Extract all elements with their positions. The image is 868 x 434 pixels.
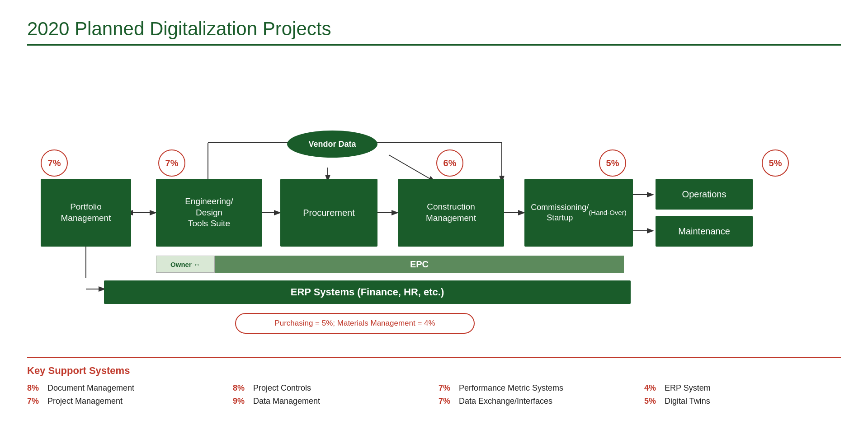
support-col-1: 8% Document Management 7% Project Manage… (27, 383, 224, 406)
engineering-box: Engineering/DesignTools Suite (156, 179, 262, 247)
pct-badge-3: 6% (436, 149, 463, 177)
support-item-proj-mgmt: 7% Project Management (27, 397, 224, 406)
pct-badge-5: 5% (762, 149, 789, 177)
owner-bar: Owner ↔ (156, 256, 215, 273)
epc-bar: EPC (215, 256, 624, 273)
support-item-data-mgmt: 9% Data Management (233, 397, 429, 406)
pct-badge-2: 7% (158, 149, 185, 177)
support-col-4: 4% ERP System 5% Digital Twins (644, 383, 841, 406)
support-section: Key Support Systems 8% Document Manageme… (27, 357, 841, 406)
purchasing-label: Purchasing = 5%; Materials Management = … (235, 313, 475, 334)
procurement-box: Procurement (280, 179, 377, 247)
erp-bar: ERP Systems (Finance, HR, etc.) (104, 280, 631, 304)
support-col-3: 7% Performance Metric Systems 7% Data Ex… (439, 383, 635, 406)
page-title: 2020 Planned Digitalization Projects (27, 18, 841, 40)
support-item-digital-twins: 5% Digital Twins (644, 397, 841, 406)
support-item-data-exchange: 7% Data Exchange/Interfaces (439, 397, 635, 406)
portfolio-box: PortfolioManagement (41, 179, 131, 247)
support-item-erp: 4% ERP System (644, 383, 841, 393)
commissioning-box: Commissioning/Startup(Hand-Over) (524, 179, 633, 247)
support-col-2: 8% Project Controls 9% Data Management (233, 383, 429, 406)
maintenance-box: Maintenance (656, 216, 753, 247)
support-item-proj-controls: 8% Project Controls (233, 383, 429, 393)
pct-badge-4: 5% (599, 149, 626, 177)
construction-box: ConstructionManagement (398, 179, 504, 247)
svg-line-11 (389, 155, 434, 181)
vendor-data-ellipse: Vendor Data (287, 131, 377, 158)
pct-badge-1: 7% (41, 149, 68, 177)
support-item-doc-mgmt: 8% Document Management (27, 383, 224, 393)
top-border (27, 44, 841, 46)
operations-box: Operations (656, 179, 753, 210)
support-grid: 8% Document Management 7% Project Manage… (27, 383, 841, 406)
support-item-perf-metrics: 7% Performance Metric Systems (439, 383, 635, 393)
diagram-container: 7% 7% 6% 5% 5% Vendor Data PortfolioMana… (27, 64, 841, 344)
support-title: Key Support Systems (27, 365, 841, 377)
